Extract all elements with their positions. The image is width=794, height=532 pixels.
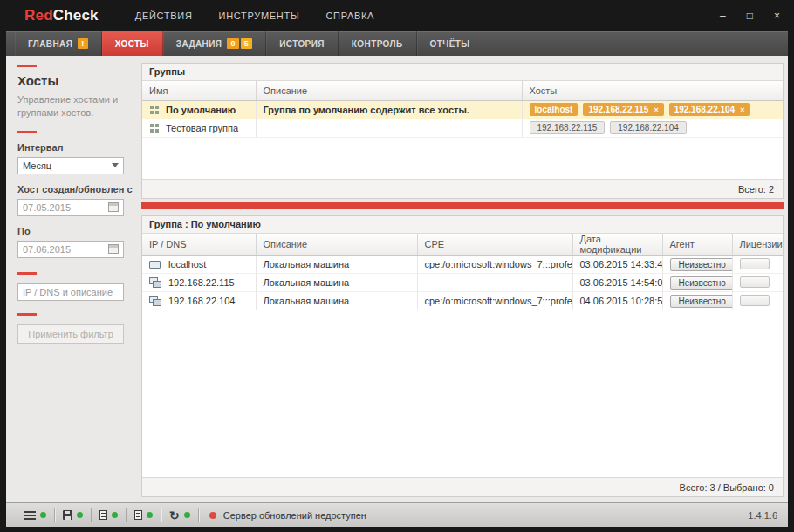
- title-bar: RedCheck ДЕЙСТВИЯ ИНСТРУМЕНТЫ СПРАВКА – …: [0, 0, 794, 31]
- network-computer-icon: [149, 296, 161, 306]
- date-from-field[interactable]: 07.05.2015: [17, 199, 124, 216]
- license-button[interactable]: [740, 258, 770, 269]
- window-controls: – □ ×: [720, 0, 780, 31]
- status-message: Сервер обновлений недоступен: [223, 510, 366, 521]
- host-tag[interactable]: 192.168.22.115: [530, 121, 606, 134]
- host-modified: 03.06.2015 14:33:48: [572, 256, 662, 274]
- column-header-ipdns[interactable]: IP / DNS: [142, 234, 256, 256]
- agent-status-button[interactable]: Неизвестно: [670, 295, 733, 308]
- column-header-description[interactable]: Описание: [256, 234, 417, 256]
- group-row-test[interactable]: Тестовая группа 192.168.22.115 192.168.2…: [142, 119, 783, 137]
- tab-history[interactable]: ИСТОРИЯ: [266, 31, 339, 56]
- calendar-icon[interactable]: [108, 202, 119, 212]
- host-row[interactable]: 192.168.22.115 Локальная машина 03.06.20…: [142, 274, 783, 292]
- app-window: RedCheck ДЕЙСТВИЯ ИНСТРУМЕНТЫ СПРАВКА – …: [0, 0, 794, 532]
- tab-control-label: КОНТРОЛЬ: [352, 39, 403, 49]
- host-row[interactable]: 192.168.22.104 Локальная машина cpe:/o:m…: [142, 292, 783, 310]
- tab-control[interactable]: КОНТРОЛЬ: [339, 31, 417, 56]
- status-menu-button[interactable]: [17, 511, 54, 520]
- groups-panel: Группы Имя Описание Хосты: [141, 63, 784, 199]
- agent-status-button[interactable]: Неизвестно: [670, 258, 733, 271]
- remove-host-icon[interactable]: ×: [654, 106, 658, 114]
- host-name: 192.168.22.104: [168, 296, 235, 306]
- status-save-button[interactable]: [55, 510, 91, 520]
- status-ok-dot: [184, 512, 190, 518]
- agent-status-button[interactable]: Неизвестно: [670, 276, 733, 290]
- group-description: [256, 119, 522, 137]
- group-icon: [150, 106, 154, 109]
- tasks-badge-1: 0: [227, 38, 238, 49]
- menu-help[interactable]: СПРАВКА: [325, 10, 374, 21]
- group-row-default[interactable]: По умолчанию Группа по умолчанию содержи…: [142, 100, 783, 119]
- host-tag[interactable]: 192.168.22.104: [610, 121, 687, 134]
- warning-badge: !: [78, 38, 87, 49]
- sidebar-title: Хосты: [17, 73, 124, 88]
- tab-reports[interactable]: ОТЧЁТЫ: [417, 31, 484, 56]
- interval-label: Интервал: [17, 142, 124, 153]
- groups-panel-title: Группы: [142, 64, 783, 81]
- maximize-icon[interactable]: □: [747, 10, 753, 22]
- group-icon: [150, 124, 154, 127]
- host-description: Локальная машина: [256, 274, 417, 292]
- logo-red-part: Red: [24, 7, 53, 24]
- tasks-badge-2: 5: [241, 38, 252, 49]
- hosts-panel-title: Группа : По умолчанию: [142, 216, 783, 234]
- update-server-status: Сервер обновлений недоступен: [209, 510, 366, 521]
- menu-bar: ДЕЙСТВИЯ ИНСТРУМЕНТЫ СПРАВКА: [135, 10, 374, 21]
- close-icon[interactable]: ×: [774, 10, 780, 22]
- interval-value: Месяц: [23, 160, 51, 171]
- main-area: Хосты Управление хостами и группами хост…: [6, 56, 788, 502]
- hosts-total: Всего: 3 / Выбрано: 0: [142, 477, 783, 496]
- sidebar-description: Управление хостами и группами хостов.: [17, 93, 124, 120]
- network-computer-icon: [149, 277, 161, 288]
- host-tag-label: 192.168.22.104: [674, 105, 736, 114]
- license-button[interactable]: [740, 295, 770, 306]
- column-header-cpe[interactable]: CPE: [417, 234, 572, 256]
- status-tasks-button[interactable]: [127, 510, 161, 520]
- status-ok-dot: [40, 512, 46, 518]
- host-cpe: cpe:/o:microsoft:windows_7:::professio: [417, 256, 572, 274]
- column-header-description[interactable]: Описание: [256, 81, 522, 100]
- menu-icon: [24, 511, 36, 520]
- section-divider: [141, 202, 784, 209]
- minimize-icon[interactable]: –: [720, 10, 726, 22]
- status-report-button[interactable]: [92, 510, 126, 520]
- status-refresh-button[interactable]: ↻: [161, 509, 198, 522]
- chevron-down-icon: [112, 163, 119, 167]
- content-area: Группы Имя Описание Хосты: [135, 56, 788, 502]
- groups-total: Всего: 2: [142, 179, 783, 198]
- status-ok-dot: [112, 512, 118, 518]
- calendar-icon[interactable]: [108, 244, 119, 254]
- status-ok-dot: [147, 512, 153, 518]
- menu-actions[interactable]: ДЕЙСТВИЯ: [135, 10, 193, 21]
- logo-check-part: Check: [53, 7, 99, 24]
- apply-filter-button[interactable]: Применить фильтр: [17, 324, 124, 344]
- tab-reports-label: ОТЧЁТЫ: [430, 39, 470, 49]
- tab-tasks[interactable]: ЗАДАНИЯ 0 5: [163, 31, 266, 56]
- status-ok-dot: [77, 512, 83, 518]
- filter-sidebar: Хосты Управление хостами и группами хост…: [6, 56, 135, 502]
- group-name: Тестовая группа: [166, 123, 238, 133]
- host-tag[interactable]: localhost: [530, 103, 578, 116]
- host-tag[interactable]: 192.168.22.104×: [669, 103, 750, 116]
- host-row[interactable]: localhost Локальная машина cpe:/o:micros…: [142, 256, 783, 274]
- host-search-input[interactable]: [17, 283, 124, 301]
- tab-main[interactable]: ГЛАВНАЯ !: [15, 31, 102, 56]
- interval-select[interactable]: Месяц: [17, 157, 124, 174]
- date-to-value: 07.06.2015: [23, 244, 71, 255]
- tab-hosts[interactable]: ХОСТЫ: [102, 31, 163, 56]
- group-description: Группа по умолчанию содержит все хосты.: [256, 100, 522, 119]
- app-logo: RedCheck: [24, 7, 99, 24]
- column-header-licenses[interactable]: Лицензии: [732, 234, 783, 256]
- license-button[interactable]: [740, 276, 770, 288]
- menu-tools[interactable]: ИНСТРУМЕНТЫ: [219, 10, 300, 21]
- host-cpe: [417, 274, 572, 292]
- date-to-field[interactable]: 07.06.2015: [17, 241, 124, 258]
- host-tag[interactable]: 192.168.22.115×: [583, 103, 663, 116]
- column-header-hosts[interactable]: Хосты: [522, 81, 783, 100]
- column-header-agent[interactable]: Агент: [662, 234, 732, 256]
- column-header-name[interactable]: Имя: [142, 81, 256, 100]
- accent-dash: [17, 272, 37, 275]
- column-header-modified[interactable]: Дата модификации: [572, 234, 662, 256]
- remove-host-icon[interactable]: ×: [740, 106, 744, 114]
